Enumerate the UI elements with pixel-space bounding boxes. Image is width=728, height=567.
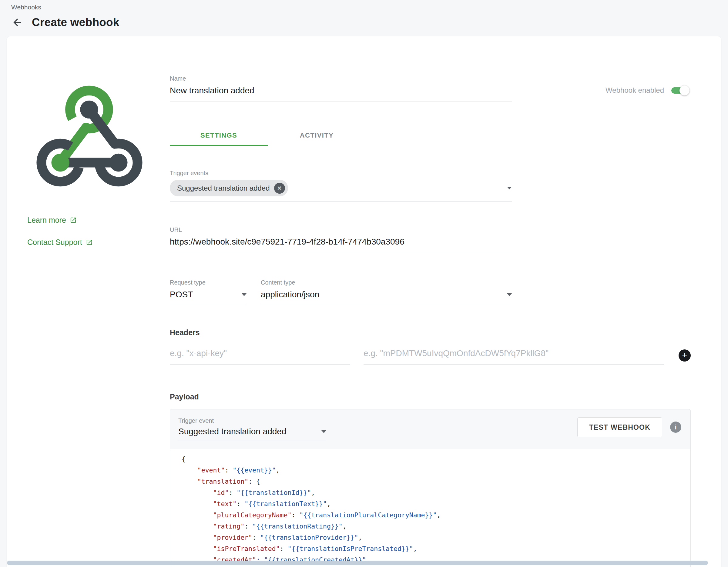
code-line: "isPreTranslated": "{{translationIsPreTr… [182, 543, 684, 554]
request-type-value: POST [170, 290, 193, 299]
webhook-enabled-label: Webhook enabled [606, 86, 664, 95]
name-field-label: Name [170, 75, 512, 82]
content-type-value: application/json [261, 290, 319, 299]
code-line: "provider": "{{translationProvider}}", [182, 532, 684, 543]
page-header: Create webhook [10, 15, 728, 30]
webhook-enabled-toggle[interactable] [671, 87, 688, 94]
trigger-events-label: Trigger events [170, 170, 512, 177]
url-input[interactable] [170, 233, 512, 253]
external-link-icon [86, 239, 93, 246]
code-line: "translation": { [182, 476, 684, 487]
chip-remove-button[interactable]: ✕ [274, 183, 285, 194]
payload-panel-header: Trigger event Suggested translation adde… [170, 409, 690, 441]
tab-bar: SETTINGS ACTIVITY [170, 127, 691, 146]
payload-trigger-event-select[interactable]: Suggested translation added [178, 424, 326, 441]
request-type-select[interactable]: POST [170, 286, 247, 305]
learn-more-link[interactable]: Learn more [27, 216, 77, 225]
header-value-input[interactable] [364, 345, 664, 364]
close-icon: ✕ [277, 185, 282, 191]
header-key-input[interactable] [170, 345, 350, 364]
payload-trigger-event-value: Suggested translation added [178, 427, 287, 436]
trigger-events-select[interactable]: Suggested translation added ✕ [170, 177, 512, 202]
page-title: Create webhook [32, 16, 119, 29]
horizontal-scrollbar-thumb[interactable] [7, 561, 708, 565]
arrow-left-icon [12, 17, 23, 28]
url-field-label: URL [170, 227, 512, 233]
toggle-thumb [679, 86, 689, 96]
name-field: Name [170, 75, 512, 102]
code-line: "rating": "{{translationRating}}", [182, 521, 684, 532]
learn-more-label: Learn more [27, 216, 66, 225]
chevron-down-icon [507, 187, 512, 190]
chevron-down-icon [321, 430, 326, 433]
trigger-event-chip-label: Suggested translation added [177, 184, 270, 193]
left-column: Learn more Contact Support [27, 75, 170, 567]
content-type-label: Content type [261, 279, 512, 286]
external-link-icon [70, 217, 77, 224]
breadcrumb[interactable]: Webhooks [0, 0, 728, 11]
content-type-select[interactable]: application/json [261, 286, 512, 305]
webhook-logo-icon [27, 75, 152, 197]
payload-section-title: Payload [170, 392, 691, 401]
back-button[interactable] [10, 15, 25, 30]
info-icon[interactable]: i [670, 421, 681, 433]
code-line: { [182, 453, 684, 465]
add-header-button[interactable]: + [679, 349, 691, 361]
contact-support-link[interactable]: Contact Support [27, 238, 93, 247]
payload-panel: Trigger event Suggested translation adde… [170, 409, 691, 567]
content-type-field: Content type application/json [261, 279, 512, 305]
contact-support-label: Contact Support [27, 238, 82, 247]
url-field: URL [170, 227, 512, 253]
test-webhook-button[interactable]: TEST WEBHOOK [577, 417, 662, 437]
headers-section-title: Headers [170, 328, 691, 337]
code-line: "pluralCategoryName": "{{translationPlur… [182, 509, 684, 521]
info-icon-glyph: i [675, 423, 676, 431]
type-row: Request type POST Content type applicati… [170, 279, 512, 305]
chevron-down-icon [507, 293, 512, 296]
code-line: "event": "{{event}}", [182, 465, 684, 476]
payload-trigger-event-label: Trigger event [178, 417, 326, 424]
request-type-label: Request type [170, 279, 247, 286]
tab-settings[interactable]: SETTINGS [170, 127, 268, 146]
active-tab-indicator [170, 145, 268, 146]
tab-activity[interactable]: ACTIVITY [268, 127, 366, 146]
plus-icon: + [682, 350, 687, 360]
trigger-event-chip: Suggested translation added ✕ [170, 180, 288, 196]
tab-activity-label: ACTIVITY [300, 132, 334, 139]
code-line: "id": "{{translationId}}", [182, 487, 684, 498]
request-type-field: Request type POST [170, 279, 247, 305]
headers-row: + [170, 345, 691, 364]
webhook-enabled-group: Webhook enabled [606, 86, 691, 95]
payload-trigger-event-field: Trigger event Suggested translation adde… [178, 417, 326, 441]
code-line: "text": "{{translationText}}", [182, 498, 684, 509]
main-column: Name Webhook enabled SETTINGS ACTIVITY [170, 75, 691, 567]
trigger-events-field: Trigger events Suggested translation add… [170, 170, 512, 202]
tab-settings-label: SETTINGS [200, 132, 237, 139]
chevron-down-icon [242, 293, 247, 296]
payload-code-editor[interactable]: { "event": "{{event}}", "translation": {… [170, 449, 690, 567]
name-input[interactable] [170, 82, 512, 102]
name-row: Name Webhook enabled [170, 75, 691, 102]
create-webhook-card: Learn more Contact Support Name [7, 36, 721, 567]
